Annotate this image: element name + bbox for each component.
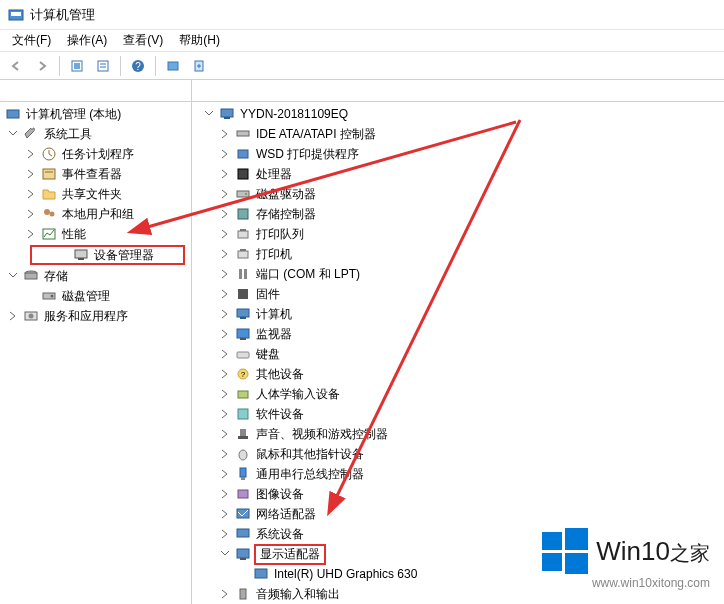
- collapse-icon[interactable]: [24, 167, 38, 181]
- tree-label: 任务计划程序: [60, 145, 136, 164]
- up-button[interactable]: [65, 54, 89, 78]
- collapse-icon[interactable]: [218, 247, 232, 261]
- device-category[interactable]: 存储控制器: [192, 204, 724, 224]
- svg-rect-48: [238, 391, 248, 398]
- tree-label: 本地用户和组: [60, 205, 136, 224]
- device-category[interactable]: 软件设备: [192, 404, 724, 424]
- collapse-icon[interactable]: [218, 447, 232, 461]
- expand-icon[interactable]: [6, 127, 20, 141]
- collapse-icon[interactable]: [218, 327, 232, 341]
- tree-task-scheduler[interactable]: 任务计划程序: [0, 144, 191, 164]
- device-category[interactable]: 计算机: [192, 304, 724, 324]
- collapse-icon[interactable]: [218, 507, 232, 521]
- svg-rect-51: [238, 436, 248, 439]
- collapse-icon[interactable]: [218, 127, 232, 141]
- svg-rect-58: [237, 549, 249, 558]
- device-category[interactable]: 处理器: [192, 164, 724, 184]
- collapse-icon[interactable]: [24, 227, 38, 241]
- collapse-icon[interactable]: [218, 267, 232, 281]
- collapse-icon[interactable]: [218, 367, 232, 381]
- collapse-icon[interactable]: [24, 147, 38, 161]
- collapse-icon[interactable]: [218, 187, 232, 201]
- collapse-icon[interactable]: [218, 347, 232, 361]
- properties-button[interactable]: [91, 54, 115, 78]
- device-category[interactable]: 网络适配器: [192, 504, 724, 524]
- tree-label: 音频输入和输出: [254, 585, 342, 604]
- svg-rect-13: [43, 169, 55, 179]
- svg-rect-29: [238, 150, 248, 158]
- svg-rect-3: [74, 63, 80, 69]
- collapse-icon[interactable]: [218, 587, 232, 601]
- tree-label: IDE ATA/ATAPI 控制器: [254, 125, 378, 144]
- menu-help[interactable]: 帮助(H): [171, 30, 228, 51]
- expand-icon[interactable]: [6, 269, 20, 283]
- forward-button[interactable]: [30, 54, 54, 78]
- svg-rect-18: [75, 250, 87, 258]
- tree-shared-folders[interactable]: 共享文件夹: [0, 184, 191, 204]
- collapse-icon[interactable]: [218, 387, 232, 401]
- device-manager-icon: [73, 247, 89, 263]
- svg-rect-28: [237, 131, 249, 136]
- tree-label: 固件: [254, 285, 282, 304]
- svg-rect-41: [237, 309, 249, 317]
- watermark-brand: Win10: [596, 536, 670, 566]
- collapse-icon[interactable]: [218, 147, 232, 161]
- collapse-icon[interactable]: [24, 207, 38, 221]
- back-button[interactable]: [4, 54, 28, 78]
- collapse-icon[interactable]: [218, 487, 232, 501]
- category-icon: [235, 246, 251, 262]
- collapse-icon[interactable]: [218, 167, 232, 181]
- collapse-icon[interactable]: [218, 287, 232, 301]
- tree-local-users[interactable]: 本地用户和组: [0, 204, 191, 224]
- device-category[interactable]: 磁盘驱动器: [192, 184, 724, 204]
- tree-performance[interactable]: 性能: [0, 224, 191, 244]
- tree-event-viewer[interactable]: 事件查看器: [0, 164, 191, 184]
- scan-button[interactable]: [161, 54, 185, 78]
- device-category[interactable]: 图像设备: [192, 484, 724, 504]
- tree-device-manager[interactable]: 设备管理器: [30, 245, 185, 265]
- svg-text:?: ?: [241, 370, 246, 379]
- expand-icon[interactable]: [202, 107, 216, 121]
- device-category[interactable]: 打印队列: [192, 224, 724, 244]
- collapse-icon[interactable]: [218, 527, 232, 541]
- device-category[interactable]: ? 其他设备: [192, 364, 724, 384]
- device-category[interactable]: 监视器: [192, 324, 724, 344]
- device-category[interactable]: 人体学输入设备: [192, 384, 724, 404]
- device-root[interactable]: YYDN-20181109EQ: [192, 104, 724, 124]
- device-category[interactable]: WSD 打印提供程序: [192, 144, 724, 164]
- menu-view[interactable]: 查看(V): [115, 30, 171, 51]
- expand-icon[interactable]: [218, 547, 232, 561]
- collapse-icon[interactable]: [218, 407, 232, 421]
- device-category[interactable]: 固件: [192, 284, 724, 304]
- device-category[interactable]: 键盘: [192, 344, 724, 364]
- menu-file[interactable]: 文件(F): [4, 30, 59, 51]
- collapse-icon[interactable]: [218, 207, 232, 221]
- device-category[interactable]: 端口 (COM 和 LPT): [192, 264, 724, 284]
- collapse-icon[interactable]: [24, 187, 38, 201]
- device-category[interactable]: 鼠标和其他指针设备: [192, 444, 724, 464]
- tree-sys-tools[interactable]: 系统工具: [0, 124, 191, 144]
- help-button[interactable]: ?: [126, 54, 150, 78]
- tree-services-apps[interactable]: 服务和应用程序: [0, 306, 191, 326]
- collapse-icon[interactable]: [6, 309, 20, 323]
- event-icon: [41, 166, 57, 182]
- svg-rect-37: [240, 249, 246, 251]
- collapse-icon[interactable]: [218, 467, 232, 481]
- collapse-icon[interactable]: [218, 227, 232, 241]
- device-category[interactable]: IDE ATA/ATAPI 控制器: [192, 124, 724, 144]
- device-category[interactable]: 通用串行总线控制器: [192, 464, 724, 484]
- action-button[interactable]: [187, 54, 211, 78]
- performance-icon: [41, 226, 57, 242]
- device-category[interactable]: 声音、视频和游戏控制器: [192, 424, 724, 444]
- collapse-icon[interactable]: [218, 427, 232, 441]
- tree-disk-mgmt[interactable]: 磁盘管理: [0, 286, 191, 306]
- menu-action[interactable]: 操作(A): [59, 30, 115, 51]
- tree-root-computer-mgmt[interactable]: 计算机管理 (本地): [0, 104, 191, 124]
- collapse-icon[interactable]: [218, 307, 232, 321]
- tree-label: 监视器: [254, 325, 294, 344]
- device-category[interactable]: 打印机: [192, 244, 724, 264]
- tree-label: WSD 打印提供程序: [254, 145, 361, 164]
- tree-label: 共享文件夹: [60, 185, 124, 204]
- svg-rect-67: [565, 553, 588, 574]
- tree-storage[interactable]: 存储: [0, 266, 191, 286]
